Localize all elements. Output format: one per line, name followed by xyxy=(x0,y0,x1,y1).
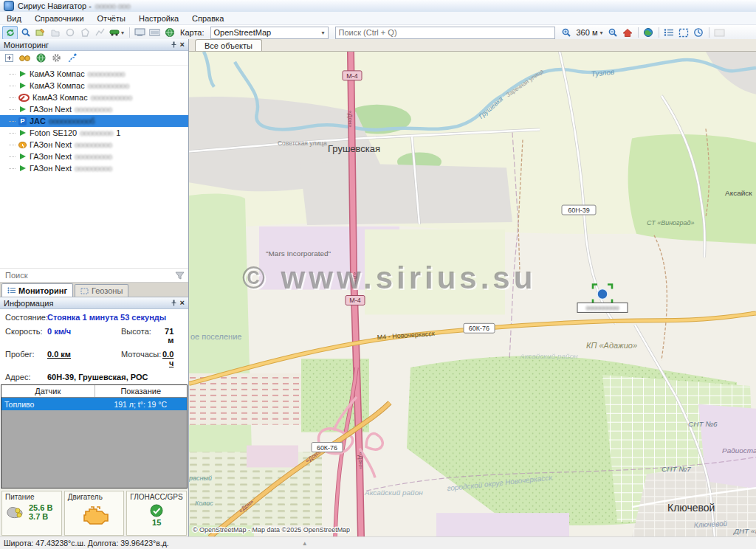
left-tabs: Мониторинг Геозоны xyxy=(0,283,188,297)
district-label: Аксайский район xyxy=(519,352,578,360)
pin-icon[interactable] xyxy=(171,300,177,306)
vehicle-plate-masked: оооооооооо xyxy=(91,93,132,102)
speed-value: 0 км/ч xyxy=(47,327,121,345)
map-attribution: © OpenStreetMap - Map data ©2025 OpenStr… xyxy=(193,526,350,534)
close-icon[interactable]: × xyxy=(180,41,185,48)
status-idle-icon xyxy=(18,142,27,148)
zoom-level-select[interactable]: 360 м ▾ xyxy=(574,28,605,37)
vehicle-row[interactable]: ГАЗон Nextооооооооо xyxy=(0,103,188,115)
close-icon[interactable]: × xyxy=(180,300,185,306)
earth-icon xyxy=(643,27,653,38)
track-route-icon[interactable] xyxy=(67,53,77,63)
sensor-table-header: Датчик Показание xyxy=(1,385,187,398)
vehicle-row[interactable]: КамАЗ Компасооооооооо xyxy=(0,68,188,80)
map-viewport[interactable]: М-4 М-4 60Н-39 60К-76 60К-76 Грушевская … xyxy=(189,52,756,537)
address-label: Адрес: xyxy=(5,373,47,381)
svg-text:60К-76: 60К-76 xyxy=(469,325,489,332)
window-title-masked: ооооо ооо xyxy=(95,1,131,10)
app-icon xyxy=(4,1,14,11)
circle-tool-button[interactable] xyxy=(63,27,77,39)
binoculars-icon[interactable] xyxy=(19,54,30,62)
layers-button[interactable] xyxy=(48,27,62,39)
tab-monitoring[interactable]: Мониторинг xyxy=(1,283,73,297)
status-bar: Широта: 47.43238°с.ш. Долгота: 39.96423°… xyxy=(0,536,756,549)
object-list-button[interactable] xyxy=(662,27,676,39)
earth-button[interactable] xyxy=(642,27,656,39)
mileage-value[interactable]: 0.0 км xyxy=(47,350,121,367)
history-button[interactable] xyxy=(692,27,706,39)
tree-globe-icon[interactable] xyxy=(36,53,46,63)
search-tool-button[interactable] xyxy=(18,27,32,39)
geozones-tab-icon xyxy=(80,288,89,294)
vehicle-row-selected[interactable]: JACооооооооооб xyxy=(0,115,188,127)
pin-icon[interactable] xyxy=(171,41,177,48)
engine-gauge-title: Двигатель xyxy=(68,493,121,501)
tab-geozones-label: Геозоны xyxy=(92,286,123,295)
home-icon xyxy=(622,28,633,38)
vehicle-plate-masked: ооооооооооб xyxy=(49,117,94,125)
town-label: Грушевская xyxy=(328,143,380,154)
global-search-input[interactable] xyxy=(335,27,555,39)
gauges-bar: Питание 25.6 В 3.7 В Двигатель ГЛОНАСС/G… xyxy=(0,488,188,537)
vehicle-row[interactable]: КамАЗ Компасоооооооооо xyxy=(0,80,188,92)
select-area-button[interactable] xyxy=(677,27,691,39)
map-provider-select[interactable]: OpenStreetMap ▾ xyxy=(210,27,329,39)
vehicle-menu-button[interactable]: ▾ xyxy=(107,27,126,39)
filter-icon[interactable] xyxy=(175,272,185,280)
refresh-button[interactable] xyxy=(2,26,18,40)
vehicle-search-input[interactable] xyxy=(4,270,175,280)
vehicle-plate-masked: ооооооооо xyxy=(88,69,126,78)
polyline-tool-button[interactable] xyxy=(92,27,106,39)
svg-text:М-4: М-4 xyxy=(349,297,360,304)
vehicle-tree: КамАЗ Компасооооооооо КамАЗ Компасоооооо… xyxy=(0,66,188,268)
zoom-out-button[interactable] xyxy=(606,27,620,39)
gear-icon[interactable] xyxy=(52,53,61,63)
vehicle-map-plate-masked: ооооооооо xyxy=(585,304,619,311)
vehicle-row[interactable]: ГАЗон Nextооооооооо xyxy=(0,151,188,162)
district-label: Аксайский район xyxy=(364,488,423,497)
state-label: Состояние: xyxy=(5,313,47,322)
map-canvas[interactable]: М-4 М-4 60Н-39 60К-76 60К-76 Грушевская … xyxy=(189,52,756,537)
statusbar-expander-icon[interactable]: ▲ xyxy=(302,540,308,547)
list-icon xyxy=(664,28,674,37)
menu-reports[interactable]: Отчёты xyxy=(91,13,132,24)
vehicle-plate-masked: ооооооооо xyxy=(75,105,112,114)
vehicle-name: КамАЗ Компас xyxy=(30,69,85,78)
tab-geozones[interactable]: Геозоны xyxy=(75,284,128,297)
map-tab-bar: Все объекты xyxy=(189,39,756,52)
status-offline-icon xyxy=(18,94,30,102)
panel2-button[interactable] xyxy=(712,27,726,39)
menu-view[interactable]: Вид xyxy=(0,13,28,24)
settlement-label: Ключевой xyxy=(667,502,715,514)
keyboard-icon xyxy=(149,29,160,36)
vehicle-row[interactable]: Foton SE120оооооооо1 xyxy=(0,127,188,139)
polygon-tool-button[interactable] xyxy=(78,27,92,39)
vehicle-plate-masked: оооооооо xyxy=(80,128,113,137)
edit-map-button[interactable] xyxy=(33,27,47,39)
vehicle-row[interactable]: ГАЗон Nextооооооооо xyxy=(0,162,188,174)
m4-shield: М-4 xyxy=(346,295,365,305)
monitoring-tab-icon xyxy=(7,287,16,294)
vehicle-name: КамАЗ Компас xyxy=(32,93,88,102)
expand-all-icon[interactable] xyxy=(5,54,13,62)
tab-monitoring-label: Мониторинг xyxy=(18,286,67,295)
svg-text:60Н-39: 60Н-39 xyxy=(568,207,589,214)
power-voltage-main: 25.6 В xyxy=(29,503,52,512)
engine-hours-label: Моточасы: xyxy=(121,350,162,367)
home-view-button[interactable] xyxy=(621,27,635,39)
vehicle-row[interactable]: ГАЗон Nextооооооооо xyxy=(0,139,188,151)
engine-hours-value[interactable]: 0.0 ч xyxy=(162,350,185,367)
globe-tool-button[interactable] xyxy=(162,27,176,39)
menu-help[interactable]: Справка xyxy=(185,13,230,24)
main-toolbar: ▾ Карта: OpenStreetMap ▾ 360 м ▾ xyxy=(0,25,756,41)
menu-directories[interactable]: Справочники xyxy=(28,13,91,24)
sensor-row-fuel[interactable]: Топливо 191 л; t°: 19 °C xyxy=(1,398,187,410)
vehicle-row[interactable]: КамАЗ Компасоооооооооо xyxy=(0,92,188,103)
map-tab-all-objects[interactable]: Все объекты xyxy=(195,39,262,51)
vehicle-plate-masked: ооооооооо xyxy=(75,152,112,161)
panel1-button[interactable] xyxy=(133,27,147,39)
keyboard-button[interactable] xyxy=(148,27,162,39)
zoom-in-button[interactable] xyxy=(560,27,574,39)
dropdown-caret: ▾ xyxy=(121,30,124,36)
menu-settings[interactable]: Настройка xyxy=(132,13,185,24)
